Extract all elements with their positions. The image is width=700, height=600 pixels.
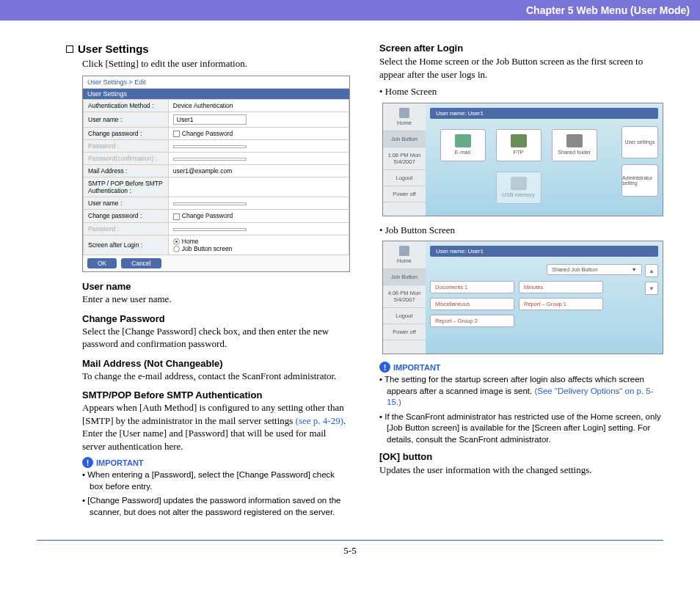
job-button[interactable]: Report – Group 1 [519,298,603,310]
mail-address-label: Mail Address : [84,165,169,178]
auth-method-label: Authentication Method : [84,100,169,112]
tile-ftp[interactable]: FTP [496,129,542,161]
screen-after-login-desc: Select the Home screen or the Job Button… [379,55,663,81]
important-label: IMPORTANT [96,458,144,467]
mail-address-heading: Mail Address (Not Changeable) [82,358,350,369]
radio-home[interactable] [173,238,180,245]
job-button[interactable]: Report – Group 2 [430,315,514,327]
ss-sidebar-poweroff[interactable]: Power off [383,324,426,340]
note-item: If the ScanFront administrator has restr… [379,411,663,446]
page-footer: 5-5 [37,540,663,568]
ss-sidebar-logout[interactable]: Logout [383,308,426,324]
screen-after-login-label: Screen after Login : [84,235,169,255]
auth-method-value: Device Authentication [168,100,349,112]
change-password-label: Change password : [84,128,169,140]
cancel-button[interactable]: Cancel [121,258,161,268]
chevron-down-icon: ▼ [632,266,637,273]
ok-button[interactable]: OK [87,258,117,268]
ss-sidebar: Home Job Button 1:06 PM Mon 5/4/2007 Log… [383,103,426,216]
username-label: User name : [84,112,169,128]
important-callout: ! IMPORTANT [379,362,663,373]
figure-title-bar: User Settings [83,89,349,99]
change-password-desc: Select the [Change Password] check box, … [82,325,350,351]
change-password2-cb-label: Change Password [182,212,233,219]
change-password-cb-label: Change Password [182,130,233,137]
password-confirm-input[interactable] [173,158,247,161]
smtp-username-label: User name : [84,197,169,210]
radio-job-button[interactable] [173,246,180,252]
ss-sidebar-job-button[interactable]: Job Button [383,131,426,147]
note-item: [Change Password] updates the password i… [82,495,350,518]
job-button[interactable]: Miscellaneous [430,298,514,310]
tile-user-settings[interactable]: User settings [621,126,658,158]
ss-sidebar-time: 4:06 PM Mon 5/4/2007 [383,285,426,308]
user-settings-figure: User Settings > Edit User Settings Authe… [82,76,350,272]
change-password-checkbox[interactable] [173,131,180,137]
scroll-down-button[interactable]: ▼ [645,282,658,295]
radio-home-label: Home [182,238,199,245]
important-notes-right: The setting for the startup screen after… [379,374,663,445]
username-heading: User name [82,281,350,292]
mail-address-desc: To change the e-mail address, contact th… [82,370,350,383]
home-screen-bullet: • Home Screen [379,85,663,98]
home-icon [399,246,409,256]
chapter-header: Chapter 5 Web Menu (User Mode) [0,0,700,21]
password2-label: Password : [84,222,169,235]
job-button[interactable]: Documents 1 [430,281,514,293]
folder-icon [566,134,583,147]
section-title: User Settings [78,43,149,55]
ss-sidebar-logout[interactable]: Logout [383,170,426,186]
ss-sidebar-job-button[interactable]: Job Button [383,269,426,285]
important-icon: ! [379,362,390,373]
mail-address-value: user1@example.com [168,165,349,178]
important-notes-left: When entering a [Password], select the [… [82,469,350,518]
job-button-screen-bullet: • Job Button Screen [379,224,663,237]
smtp-username-input[interactable] [173,202,247,205]
ok-button-desc: Updates the user information with the ch… [379,464,663,477]
password2-input[interactable] [173,228,247,231]
home-icon [399,108,409,118]
job-button-screen-figure: Home Job Button 4:06 PM Mon 5/4/2007 Log… [382,241,663,354]
job-button[interactable]: Minutes [519,281,603,293]
screen-after-login-heading: Screen after Login [379,43,663,54]
smtp-heading: SMTP/POP Before SMTP Authentication [82,389,350,400]
important-label: IMPORTANT [393,363,441,372]
email-icon [455,134,471,147]
username-desc: Enter a new user name. [82,293,350,306]
job-dropdown[interactable]: Shared Job Button▼ [547,264,642,275]
ss-user-bar: User name: User1 [430,246,658,257]
figure-breadcrumb: User Settings > Edit [83,76,349,89]
section-box-icon [66,45,73,53]
ss-sidebar-time: 1:06 PM Mon 5/4/2007 [383,147,426,170]
ss-sidebar: Home Job Button 4:06 PM Mon 5/4/2007 Log… [383,241,426,354]
tile-shared-folder[interactable]: Shared folder [552,129,597,161]
section-intro: Click [Setting] to edit the user informa… [82,58,350,70]
ss-sidebar-poweroff[interactable]: Power off [383,186,426,202]
password-confirm-label: Password(confirmation) : [84,153,169,165]
right-column: Screen after Login Select the Home scree… [379,43,663,521]
ss-sidebar-home[interactable]: Home [383,103,426,131]
left-column: User Settings Click [Setting] to edit th… [66,43,350,521]
home-screen-figure: Home Job Button 1:06 PM Mon 5/4/2007 Log… [382,103,663,216]
note-item: The setting for the startup screen after… [379,374,663,409]
important-icon: ! [82,457,93,468]
ftp-icon [511,134,527,147]
ok-button-heading: [OK] button [379,451,663,462]
tile-admin-setting[interactable]: Administrator setting [621,164,658,197]
smtp-desc: Appears when [Auth Method] is configured… [82,401,350,453]
ss-sidebar-home[interactable]: Home [383,241,426,269]
change-password2-checkbox[interactable] [173,213,180,220]
usb-icon [511,177,527,190]
smtp-link[interactable]: (see p. 4-29) [296,415,343,426]
scroll-up-button[interactable]: ▲ [645,264,658,277]
change-password-heading: Change Password [82,313,350,324]
tile-email[interactable]: E-mail [440,129,486,161]
password-input[interactable] [173,145,247,148]
page-body: User Settings Click [Setting] to edit th… [0,21,700,535]
tile-usb-memory: USB memory [496,172,542,204]
change-password2-label: Change password : [84,210,169,222]
username-input[interactable]: User1 [173,114,247,125]
smtp-auth-label: SMTP / POP Before SMTP Authentication : [84,178,169,197]
user-settings-table: Authentication Method :Device Authentica… [83,99,349,255]
radio-job-button-label: Job Button screen [182,245,233,252]
